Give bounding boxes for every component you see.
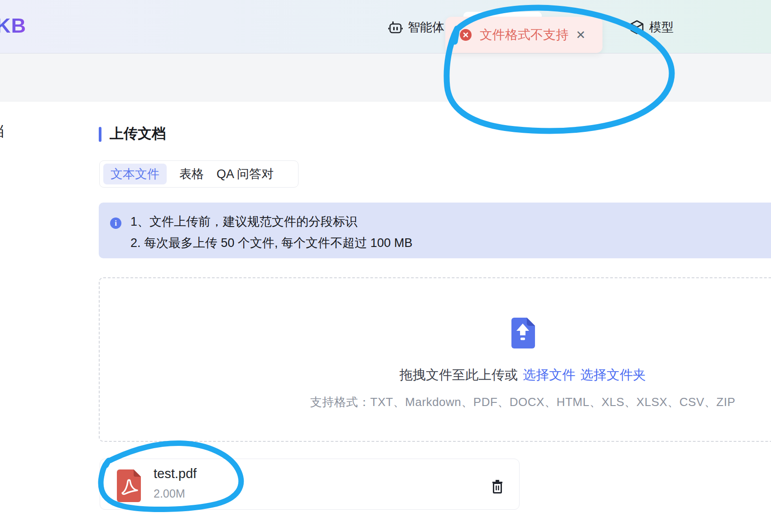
nav-model-label: 模型 — [649, 19, 674, 35]
section-accent-bar — [99, 127, 101, 142]
tab-qa-pairs[interactable]: QA 问答对 — [217, 166, 274, 182]
tab-table[interactable]: 表格 — [179, 166, 204, 182]
upload-notice-banner: i 1、文件上传前，建议规范文件的分段标识 2. 每次最多上传 50 个文件, … — [99, 203, 771, 258]
supported-formats-text: 支持格式：TXT、Markdown、PDF、DOCX、HTML、XLS、XLSX… — [310, 394, 735, 410]
error-toast: 文件格式不支持 ✕ — [445, 17, 602, 53]
pdf-file-icon — [117, 469, 141, 504]
trash-icon — [490, 489, 505, 496]
notice-line-2: 2. 每次最多上传 50 个文件, 每个文件不超过 100 MB — [130, 235, 413, 251]
nav-agent-label: 智能体 — [408, 19, 444, 35]
app-logo[interactable]: KB — [0, 14, 26, 38]
app-viewport: KB 智能体 模 — [0, 0, 771, 532]
toast-close-icon[interactable]: ✕ — [576, 29, 586, 41]
file-name: test.pdf — [154, 466, 197, 481]
select-folder-link[interactable]: 选择文件夹 — [580, 366, 646, 384]
upload-document-icon — [511, 318, 535, 350]
error-circle-icon — [460, 29, 472, 41]
upload-type-tabbar: 文本文件 表格 QA 问答对 — [99, 160, 299, 188]
top-header: KB 智能体 模 — [0, 0, 771, 53]
cube-icon — [629, 19, 645, 35]
nav-item-agent[interactable]: 智能体 — [388, 19, 444, 35]
clipped-page-title: 上传文档 — [0, 121, 4, 141]
uploaded-file-row: test.pdf 2.00M — [100, 459, 520, 510]
file-size: 2.00M — [154, 487, 185, 500]
toast-message: 文件格式不支持 — [480, 26, 569, 44]
delete-file-button[interactable] — [490, 479, 505, 494]
page-subheader: 上传文档 — [0, 53, 771, 102]
drag-text: 拖拽文件至此上传或 — [400, 366, 518, 384]
select-file-link[interactable]: 选择文件 — [523, 366, 575, 384]
file-dropzone[interactable]: 拖拽文件至此上传或 选择文件 选择文件夹 支持格式：TXT、Markdown、P… — [99, 277, 771, 442]
section-title: 上传文档 — [110, 124, 166, 143]
robot-icon — [388, 19, 403, 35]
notice-line-1: 1、文件上传前，建议规范文件的分段标识 — [130, 213, 357, 230]
tab-text-file[interactable]: 文本文件 — [103, 164, 167, 184]
info-icon: i — [110, 218, 121, 229]
nav-item-model[interactable]: 模型 — [629, 19, 674, 35]
dropzone-instruction: 拖拽文件至此上传或 选择文件 选择文件夹 — [400, 366, 646, 384]
